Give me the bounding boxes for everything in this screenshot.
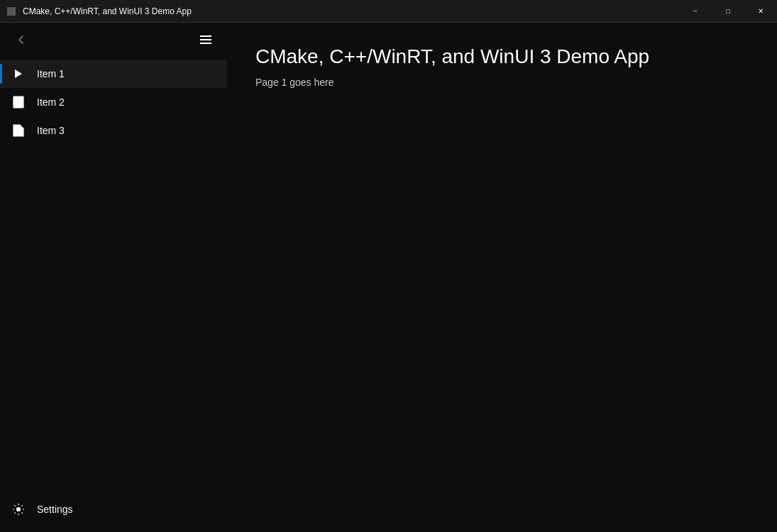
document-icon	[11, 95, 26, 109]
sidebar-item-label: Item 1	[37, 68, 65, 79]
document2-icon	[11, 123, 26, 138]
play-icon	[11, 67, 26, 81]
nav-pane: Item 1 Item 2	[0, 23, 227, 532]
svg-rect-3	[200, 43, 211, 44]
gear-icon	[11, 502, 26, 516]
svg-rect-0	[7, 7, 16, 16]
app-container: Item 1 Item 2	[0, 23, 777, 532]
minimize-button[interactable]: −	[679, 0, 712, 23]
svg-rect-4	[13, 96, 23, 108]
svg-rect-1	[200, 35, 211, 37]
sidebar-item-item3[interactable]: Item 3	[0, 116, 227, 145]
title-bar-left: CMake, C++/WinRT, and WinUI 3 Demo App	[6, 6, 192, 17]
nav-items: Item 1 Item 2	[0, 57, 227, 492]
sidebar-item-label: Item 3	[37, 125, 65, 136]
sidebar-item-item2[interactable]: Item 2	[0, 88, 227, 116]
sidebar-item-label: Item 2	[37, 96, 65, 108]
page-title: CMake, C++/WinRT, and WinUI 3 Demo App	[255, 45, 749, 68]
close-button[interactable]: ✕	[744, 0, 777, 23]
page-body: Page 1 goes here	[255, 77, 749, 88]
sidebar-item-item1[interactable]: Item 1	[0, 60, 227, 88]
back-icon	[17, 35, 26, 44]
title-bar-title: CMake, C++/WinRT, and WinUI 3 Demo App	[23, 6, 192, 16]
nav-top	[0, 23, 227, 57]
sidebar-settings-label: Settings	[37, 504, 73, 515]
hamburger-button[interactable]	[193, 27, 219, 52]
title-bar: CMake, C++/WinRT, and WinUI 3 Demo App −…	[0, 0, 777, 23]
hamburger-icon	[200, 34, 211, 45]
svg-rect-2	[200, 39, 211, 40]
svg-point-8	[17, 508, 21, 511]
nav-footer: Settings	[0, 492, 227, 532]
content-area: CMake, C++/WinRT, and WinUI 3 Demo App P…	[227, 23, 777, 532]
maximize-button[interactable]: □	[712, 0, 744, 23]
sidebar-item-settings[interactable]: Settings	[0, 492, 227, 526]
title-bar-controls: − □ ✕	[679, 0, 777, 23]
back-button[interactable]	[9, 27, 34, 52]
app-icon	[6, 6, 17, 17]
